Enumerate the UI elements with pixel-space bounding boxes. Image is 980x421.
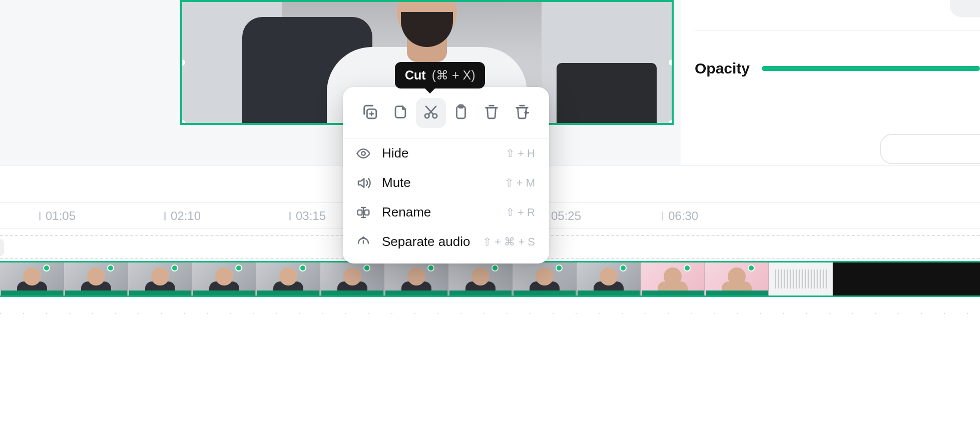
clip-thumbnail (641, 262, 705, 296)
clip-thumbnail (769, 262, 833, 296)
tooltip-cut: Cut (⌘ + X) (395, 62, 485, 88)
clip-thumbnail (192, 262, 256, 296)
delete-all-button[interactable] (507, 98, 537, 128)
ruler-tick: 06:30 (662, 209, 698, 223)
clip-thumbnail (448, 262, 513, 296)
menu-item-separate-audio[interactable]: Separate audio ⇧ + ⌘ + S (343, 227, 549, 256)
clip-thumbnail (513, 262, 577, 296)
copy-icon (392, 104, 409, 122)
menu-item-shortcut: ⇧ + H (506, 147, 535, 160)
paste-button[interactable] (446, 98, 476, 128)
clip-thumbnail (128, 262, 192, 296)
menu-item-label: Mute (382, 175, 494, 190)
clip-thumbnail (577, 262, 641, 296)
svg-point-5 (361, 152, 365, 156)
menu-item-label: Separate audio (382, 234, 471, 250)
ruler-tick: 05:25 (545, 209, 581, 223)
preview-area (0, 0, 681, 165)
clip-thumbnail (320, 262, 384, 296)
delete-button[interactable] (476, 98, 507, 128)
menu-item-shortcut: ⇧ + M (505, 176, 535, 190)
ruler-tick: 03:15 (289, 209, 326, 223)
properties-panel: Opacity (681, 0, 980, 165)
menu-item-label: Rename (382, 204, 495, 220)
resize-handle-bottom-right[interactable] (668, 120, 674, 125)
panel-value-field[interactable] (880, 134, 980, 164)
ruler-tick: 01:05 (39, 209, 76, 223)
resize-handle-bottom-left[interactable] (180, 120, 186, 125)
clip-thumbnail (64, 262, 128, 296)
timeline-empty-area[interactable] (0, 300, 980, 350)
rename-icon (356, 205, 371, 220)
panel-corner-control[interactable] (950, 0, 980, 17)
menu-item-mute[interactable]: Mute ⇧ + M (343, 168, 549, 198)
tooltip-shortcut: (⌘ + X) (432, 68, 475, 82)
clip-thumbnail (705, 262, 769, 296)
timeline-clip[interactable] (0, 261, 980, 297)
cut-icon (422, 104, 439, 122)
clip-thumbnail (384, 262, 448, 296)
speaker-icon (356, 176, 371, 190)
duplicate-button[interactable] (355, 98, 385, 128)
eye-icon (356, 146, 371, 161)
menu-item-rename[interactable]: Rename ⇧ + R (343, 198, 549, 227)
menu-item-hide[interactable]: Hide ⇧ + H (343, 138, 549, 168)
clip-thumbnail (0, 262, 64, 296)
opacity-slider[interactable] (762, 66, 980, 71)
separate-audio-icon (356, 234, 371, 250)
copy-button[interactable] (385, 98, 415, 128)
tooltip-label: Cut (405, 68, 426, 82)
menu-item-label: Hide (382, 146, 495, 161)
duplicate-icon (361, 104, 378, 122)
context-menu: Hide ⇧ + H Mute ⇧ + M Rename ⇧ + R Separ… (343, 87, 549, 264)
menu-item-shortcut: ⇧ + ⌘ + S (482, 236, 535, 248)
cut-button[interactable] (416, 98, 446, 128)
clip-thumbnail (256, 262, 320, 296)
paste-icon (452, 104, 469, 122)
svg-rect-6 (358, 210, 362, 215)
menu-item-shortcut: ⇧ + R (506, 206, 535, 219)
svg-rect-7 (365, 210, 369, 215)
ruler-tick: 02:10 (164, 209, 201, 223)
trash-remove-icon (514, 104, 531, 122)
resize-handle-right[interactable] (668, 59, 674, 66)
trash-icon (483, 104, 500, 122)
opacity-label: Opacity (695, 60, 750, 77)
